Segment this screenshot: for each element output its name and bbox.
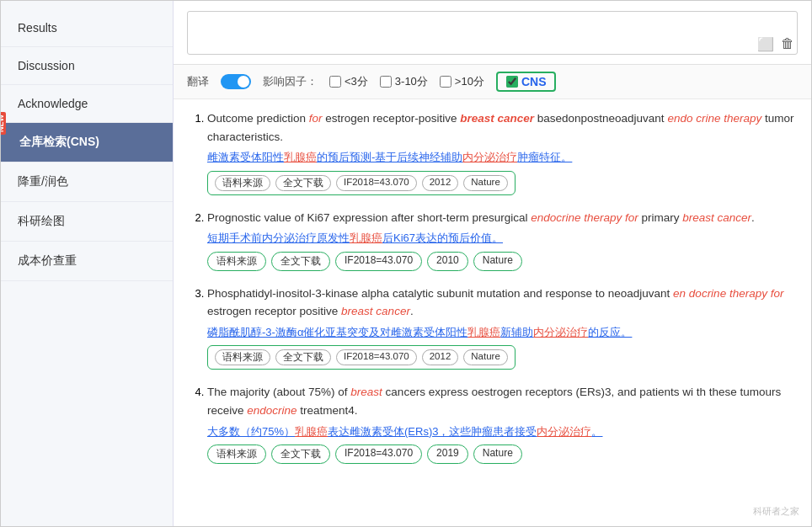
cn-text-part: 肿瘤特征。 [517,151,572,163]
title-part: endo crine therapy [667,112,761,125]
tag[interactable]: Nature [463,349,508,365]
cn-text-part: 短期手术前内分泌治疗原发性 [207,232,350,244]
tag[interactable]: IF2018=43.070 [335,252,422,271]
title-part: endocrine therapy for [531,211,638,224]
result-item: The majority (about 75%) of breast cance… [207,383,794,464]
sidebar-item-label: Acknowledge [18,97,88,110]
sidebar-item-drawing[interactable]: 科研绘图 [1,202,173,242]
main-content: ⬜ 🗑 翻译 影响因子： <3分 3-10分 >10分 CNS [174,1,811,526]
cn-text-part: 雌激素受体阳性 [207,151,284,163]
filter-3-10-label: 3-10分 [395,74,428,89]
title-part: breast [350,386,382,398]
search-input[interactable] [187,11,798,55]
tag[interactable]: 全文下载 [275,175,331,191]
tags-row: 语料来源全文下载IF2018=43.0702012Nature [207,171,516,195]
sidebar-item-rewrite[interactable]: 降重/润色 [1,162,173,202]
tag[interactable]: Nature [473,444,522,464]
tag[interactable]: 语料来源 [215,175,270,191]
title-part: en docrine therapy for [673,287,783,300]
cns-filter-box[interactable]: CNS [496,72,557,92]
tag[interactable]: 2010 [427,252,468,271]
sidebar-item-label: 成本价查重 [18,253,77,267]
tag[interactable]: 语料来源 [215,349,270,365]
result-cn-translation: 雌激素受体阳性乳腺癌的预后预测-基于后续神经辅助内分泌治疗肿瘤特征。 [207,149,794,166]
input-area: ⬜ 🗑 [174,1,811,65]
tag[interactable]: 2012 [422,349,459,365]
result-item: Prognostic value of Ki67 expression afte… [207,209,794,271]
result-item: Outcome prediction for estrogen receptor… [207,109,794,195]
cn-text-part: 的反应。 [588,326,632,338]
result-title: Phosphatidyl-inositol-3-kinase alpha cat… [207,285,794,321]
cn-text-part: 新辅助 [500,326,533,338]
filter-3-10-checkbox[interactable] [380,76,392,88]
result-title: The majority (about 75%) of breast cance… [207,383,794,419]
sidebar-item-label: 全库检索(CNS) [19,135,99,148]
sidebar-item-discussion[interactable]: Discussion [1,47,173,85]
delete-icon[interactable]: 🗑 [779,35,796,52]
sidebar: ResultsDiscussionAcknowledgeNEW全库检索(CNS)… [1,1,174,526]
tag[interactable]: Nature [463,175,508,191]
result-cn-translation: 短期手术前内分泌治疗原发性乳腺癌后Ki67表达的预后价值。 [207,230,794,247]
cn-red-part: 乳腺癌 [295,425,328,438]
cn-red-part: 内分泌治疗 [537,425,591,438]
result-cn-translation: 大多数（约75%）乳腺癌表达雌激素受体(ERs)3，这些肿瘤患者接受内分泌治疗。 [207,423,794,440]
title-part: estrogen receptor positive [207,305,341,317]
filter-gt10-checkbox[interactable] [440,76,451,88]
tags-row: 语料来源全文下载IF2018=43.0702010Nature [207,252,794,271]
filter-lt3-checkbox[interactable] [329,76,341,88]
cn-red-part: 乳腺癌 [467,326,500,338]
cn-text-part: 磷脂酰肌醇-3-激酶α催化亚基突变及对雌激素受体阳性 [207,326,467,338]
tag[interactable]: Nature [473,252,522,271]
tag[interactable]: 语料来源 [207,252,266,271]
tag[interactable]: 2019 [427,444,468,464]
title-part: for [309,112,323,125]
title-part: breast cancer [682,211,751,224]
cns-checkbox[interactable] [506,76,518,88]
sidebar-item-label: 降重/润色 [18,174,68,188]
tag[interactable]: 2012 [422,175,459,191]
title-part: breast cancer [460,112,534,125]
sidebar-item-results[interactable]: Results [1,9,173,47]
title-part: Outcome prediction [207,112,309,125]
filter-lt3-label: <3分 [345,74,368,89]
tag[interactable]: IF2018=43.070 [336,349,417,365]
sidebar-item-cns-search[interactable]: NEW全库检索(CNS) [1,123,173,162]
title-part: endocrine [247,404,296,417]
title-part: Prognostic value of Ki67 expression afte… [207,211,531,224]
sidebar-item-label: Discussion [18,59,75,72]
title-part: breast cancer [341,305,410,317]
tag[interactable]: 语料来源 [207,444,266,464]
sidebar-item-label: 科研绘图 [18,214,65,227]
cns-label: CNS [521,75,547,88]
tag[interactable]: 全文下载 [271,252,330,271]
result-cn-translation: 磷脂酰肌醇-3-激酶α催化亚基突变及对雌激素受体阳性乳腺癌新辅助内分泌治疗的反应… [207,324,794,341]
tag[interactable]: 全文下载 [271,444,330,464]
sidebar-item-label: Results [18,21,57,35]
cn-text-part: 后Ki67表达的预后价值。 [382,232,503,244]
result-title: Outcome prediction for estrogen receptor… [207,109,794,146]
tag[interactable]: IF2018=43.070 [336,175,417,191]
title-part: . [410,305,414,317]
tag[interactable]: 全文下载 [275,349,331,365]
sidebar-item-plagiarism[interactable]: 成本价查重 [1,242,173,281]
result-title: Prognostic value of Ki67 expression afte… [207,209,794,227]
copy-icon[interactable]: ⬜ [757,35,774,52]
toolbar-icons: ⬜ 🗑 [757,35,796,52]
tag[interactable]: IF2018=43.070 [335,444,422,464]
translate-toggle[interactable] [221,74,251,89]
title-part: basedonpostneoadjuvant [534,112,667,125]
cn-text-part: 大多数（约75%） [207,425,295,438]
cn-red-part: 内分泌治疗 [462,151,517,163]
title-part: estrogen receptor-positive [323,112,461,125]
filter-gt10[interactable]: >10分 [440,74,484,89]
filter-3-10[interactable]: 3-10分 [380,74,428,89]
title-part: treatment4. [297,404,358,417]
filter-bar: 翻译 影响因子： <3分 3-10分 >10分 CNS [174,65,811,99]
impact-label: 影响因子： [263,74,318,89]
cn-text-part: 表达雌激素受体(ERs)3，这些肿瘤患者接受 [328,425,537,438]
sidebar-item-acknowledge[interactable]: Acknowledge [1,85,173,123]
filter-lt3[interactable]: <3分 [329,74,368,89]
results-area: Outcome prediction for estrogen receptor… [174,99,811,526]
title-part: Phosphatidyl-inositol-3-kinase alpha cat… [207,287,673,300]
result-item: Phosphatidyl-inositol-3-kinase alpha cat… [207,285,794,370]
